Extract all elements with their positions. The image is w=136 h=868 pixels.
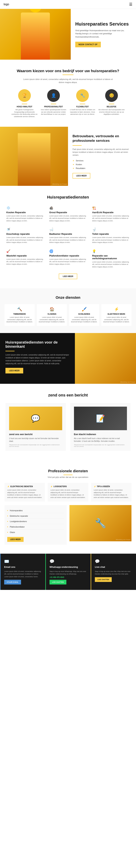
pro-nav-huisreparaties[interactable]: ▸ Huisreparaties (7, 508, 64, 513)
footer-livechat-text: Stap in trop op onze Live chat. Klop met… (95, 570, 132, 576)
pro-card-loodgieter: ⚡ LOODGIETERS Lorem ipsum dolor sit amet… (48, 483, 88, 501)
hamburger-icon[interactable]: ☰ (129, 2, 132, 6)
footer-whatsapp-title: Whatsapp-ondersteuning (49, 566, 87, 568)
service-douchekop-icon: 🚿 (6, 227, 44, 231)
service-douchekop-text: Lorem ipsum dolor sit amet, consectetur … (6, 237, 44, 244)
service-aarrecht: 🏗️ AarrEcht Reparatie Lorem ipsum dolor … (91, 205, 131, 223)
contact-complaint-note: *Bepaneerd van voorwaarden toepasselijk … (74, 444, 127, 447)
our-services-title: Onze diensten (4, 296, 132, 300)
elektrisch-title: Elektrisch werk (103, 313, 130, 315)
pro-nav-plafond[interactable]: ▸ Plafondventilator (7, 524, 64, 530)
trusted-cta-button[interactable]: LEES MEER (72, 173, 90, 179)
handyman-section: Huisreparatiediensten voor de binnenkant… (0, 333, 136, 384)
navbar: logo ☰ (0, 0, 136, 9)
pro-nav-list-container: ▸ Huisreparaties ▸ Elektrische reparatie… (4, 505, 67, 545)
pro-nav-glaze[interactable]: ▸ Glaze (7, 530, 64, 535)
livechat-icon: 💬 (95, 559, 132, 564)
service-verlichtingsarmaturen-text: Lorem ipsum dolor sit amet, consectetur … (92, 261, 130, 268)
flexibiliteit-title: FLEXIBILITEIT (69, 106, 96, 108)
service-grout-title: Grout Reparatie (49, 211, 87, 214)
services-lees-meer-button[interactable]: LEES MEER (59, 274, 77, 279)
service-aarrecht-icon: 🏗️ (92, 206, 130, 210)
contact-message-text: U kunt ons een berichtje sturen via het … (9, 437, 62, 442)
pro-nav-loodgieters[interactable]: ▸ Loodgietersbrekers (7, 519, 64, 524)
pro-card-tips: ⚡ TIPS & IDEEËN Lorem ipsum dolor sit am… (91, 483, 132, 501)
service-plafond: 🌀 Plafondventilator reparatie Lorem ipsu… (48, 248, 88, 269)
handyman-image: Afbeelding van Freepik (75, 333, 136, 384)
email-icon: ✉️ (4, 559, 42, 564)
footer-email-cta-button[interactable]: STUUR E-MAIL (4, 580, 21, 585)
service-toilet-title: Toilet reparatie (92, 232, 130, 235)
schilderen-text: Lorem ipsum dolor sit amet consectetur a… (71, 316, 97, 323)
whatsapp-icon: 💬 (49, 559, 87, 564)
pro-services-subtitle: Vind pal grijs achter dat we de uw speci… (4, 476, 132, 478)
schilderen-title: Schilderen (71, 313, 97, 315)
why-section: Waarom kiezen voor ons bedrijf voor uw h… (0, 60, 136, 127)
timmerwerk-title: Timmerwerk (6, 313, 33, 315)
service-toilet-icon: 🚽 (92, 227, 130, 231)
why-cards-container: 🏆 HOGE KWALITEIT We geven huiseigenaren … (4, 89, 132, 118)
timmerwerk-text: Lorem ipsum dolor sit amet consectetur a… (6, 316, 33, 323)
professionaliteit-icon: 👤 (47, 89, 60, 102)
hero-image-left (0, 9, 71, 60)
beleefde-title: BELEEFDE (98, 106, 125, 108)
footer-whatsapp-text: Stap in trop op onze WhatsApp. Klop met … (49, 570, 87, 576)
pro-image-caption: Afbeelding van Freepik (116, 539, 131, 540)
service-plafond-icon: 🌀 (49, 249, 87, 253)
handyman-cta-button[interactable]: LEES MEER (5, 368, 23, 373)
hoge-kwaliteit-icon: 🏆 (18, 89, 31, 102)
footer-whatsapp-col: 💬 Whatsapp-ondersteuning Stap in trop op… (45, 554, 91, 590)
service-koelen-title: Koulen Reparatie (6, 211, 44, 214)
contact-message-image: 💬 (9, 407, 62, 430)
service-plafond-text: Lorem ipsum dolor sit amet, consectetur … (49, 258, 87, 266)
service-aarrecht-text: Lorem ipsum dolor sit amet, consectetur … (92, 215, 130, 222)
contact-complaint-title: Een klacht indienen (74, 433, 127, 436)
trusted-title: Betrouwbare, vertrouwde en professionele… (72, 134, 132, 143)
contact-complaint-text: Als u een klacht heeft kunt u deze indie… (74, 437, 127, 442)
service-aarrecht-title: AarrEcht Reparatie (92, 211, 130, 214)
footer-email-col: ✉️ Email ons Lorem ipsum dolor sit amet,… (0, 554, 45, 590)
why-card-hoge-kwaliteit: 🏆 HOGE KWALITEIT We geven huiseigenaren … (11, 89, 38, 118)
hero-title: Huisreparaties Services (75, 21, 131, 27)
trusted-image-caption: Afbeelding van Freepik (52, 183, 67, 185)
our-service-schilderen: 🖌️ Schilderen Lorem ipsum dolor sit amet… (69, 304, 99, 326)
pro-lees-meer-button[interactable]: LEES MEER (7, 537, 24, 542)
pro-services-grid: ⚡ ELEKTRISCHE DIENSTEN Lorem ipsum dolor… (4, 483, 132, 501)
elektrisch-icon: ⚡ (103, 307, 130, 312)
service-verlichtingsarmaturen: 💡 Reparatie van verlichtingsarmaturen Lo… (91, 248, 131, 269)
pro-elektrische-text: Lorem ipsum dolor sit amet, consectetur … (7, 489, 42, 499)
footer-email-text: Lorem ipsum dolor sit amet, consectetur … (4, 570, 42, 578)
service-douchekop: 🚿 Douchekop reparatie Lorem ipsum dolor … (5, 227, 45, 245)
pro-tips-text: Lorem ipsum dolor sit amet, consectetur … (94, 489, 129, 499)
footer-livechat-cta-button[interactable]: LIVE CHATTEN (95, 577, 112, 582)
pro-nav-list: ▸ Huisreparaties ▸ Elektrische reparatie… (7, 508, 64, 535)
why-subtitle: Lorem ipsum dolor sit amet, consectetur … (23, 78, 113, 84)
services-title: Huisreparatiediensten (5, 195, 131, 199)
contact-message-title: zend ons een bericht (9, 433, 62, 436)
contact-grid: 💬 zend ons een bericht U kunt ons een be… (5, 403, 131, 451)
pro-bottom-area: ▸ Huisreparaties ▸ Elektrische reparatie… (4, 505, 132, 545)
contact-section: zend ons een bericht 💬 zend ons een beri… (0, 384, 136, 460)
our-service-timmerwerk: 🔨 Timmerwerk Lorem ipsum dolor sit amet … (4, 304, 35, 326)
service-wastofel-icon: 🪠 (6, 249, 44, 253)
pro-services-title: Professionele diensten (4, 469, 132, 473)
pro-tips-title: ⚡ TIPS & IDEEËN (94, 486, 129, 488)
footer-whatsapp-phone: +31 456 476 4543 (49, 576, 87, 578)
beleefde-text: We erkennen dat huisreparaties een enorm… (98, 108, 125, 116)
service-badkamer-icon: 🛁 (49, 227, 87, 231)
handyman-text: Lorem ipsum dolor sit amet, consectetur … (5, 353, 69, 365)
schilderen-icon: 🖌️ (71, 307, 97, 312)
pro-elektrische-title: ⚡ ELEKTRISCHE DIENSTEN (7, 486, 42, 488)
footer-whatsapp-cta-button[interactable]: LIVE CHATTEN (49, 580, 66, 585)
pro-services-section: Professionele diensten Vind pal grijs ac… (0, 460, 136, 554)
hero-cta-button[interactable]: NEEM CONTACT OP (75, 42, 101, 47)
service-grout-icon: 🪨 (49, 206, 87, 210)
pro-nav-elektrische[interactable]: ▸ Elektrische reparatie (7, 513, 64, 519)
beleefde-icon: 😊 (105, 89, 118, 102)
why-card-professionaliteit: 👤 PROFESSIONALITEIT Voor iedere spoedrep… (40, 89, 67, 118)
services-grid: ❄️ Koulen Reparatie Lorem ipsum dolor si… (5, 205, 131, 269)
services-section: Huisreparatiediensten ❄️ Koulen Reparati… (0, 186, 136, 288)
elektrisch-text: Lorem ipsum dolor sit amet consectetur a… (103, 316, 130, 323)
hero-content: Huisreparaties Services Vind geweldige H… (71, 9, 136, 60)
contact-card-message: 💬 zend ons een bericht U kunt ons een be… (5, 403, 66, 451)
